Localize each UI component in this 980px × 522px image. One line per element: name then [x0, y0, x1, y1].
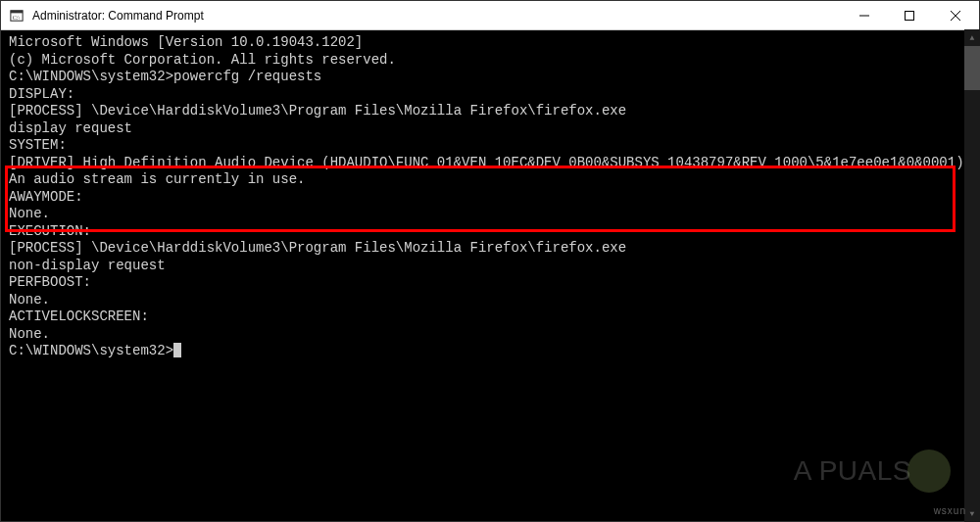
command-prompt-window: C:\ Administrator: Command Prompt Micros…: [0, 0, 980, 522]
terminal-line: [PROCESS] \Device\HarddiskVolume3\Progra…: [9, 103, 971, 120]
svg-text:C:\: C:\: [13, 14, 21, 20]
terminal-line: non-display request: [9, 258, 971, 275]
footer-mark: wsxun: [934, 505, 966, 516]
terminal-line: [DRIVER] High Definition Audio Device (H…: [9, 155, 971, 172]
svg-rect-1: [11, 10, 23, 13]
terminal-line: C:\WINDOWS\system32>: [9, 343, 971, 360]
scrollbar-track[interactable]: ▲ ▼: [964, 29, 980, 522]
titlebar[interactable]: C:\ Administrator: Command Prompt: [1, 1, 979, 30]
close-button[interactable]: [932, 1, 979, 29]
terminal-line: Microsoft Windows [Version 10.0.19043.12…: [9, 34, 971, 52]
cursor-icon: [173, 343, 181, 357]
scroll-down-icon[interactable]: ▼: [964, 505, 980, 522]
minimize-button[interactable]: [842, 1, 887, 29]
terminal-line: C:\WINDOWS\system32>powercfg /requests: [9, 69, 971, 86]
terminal-line: None.: [9, 326, 971, 344]
terminal-line: ACTIVELOCKSCREEN:: [9, 308, 971, 326]
window-title: Administrator: Command Prompt: [30, 9, 842, 23]
terminal-line: (c) Microsoft Corporation. All rights re…: [9, 52, 971, 70]
scroll-up-icon[interactable]: ▲: [964, 29, 980, 46]
cmd-icon: C:\: [9, 8, 24, 24]
terminal-line: SYSTEM:: [9, 137, 971, 155]
terminal-line: [PROCESS] \Device\HarddiskVolume3\Progra…: [9, 240, 971, 258]
window-controls: [842, 1, 979, 29]
terminal-area[interactable]: Microsoft Windows [Version 10.0.19043.12…: [1, 30, 979, 521]
terminal-line: display request: [9, 120, 971, 138]
terminal-line: EXECUTION:: [9, 223, 971, 241]
maximize-button[interactable]: [887, 1, 932, 29]
terminal-line: None.: [9, 206, 971, 223]
scrollbar-thumb[interactable]: [964, 46, 980, 90]
terminal-line: An audio stream is currently in use.: [9, 171, 971, 189]
terminal-line: AWAYMODE:: [9, 189, 971, 207]
terminal-line: None.: [9, 292, 971, 309]
terminal-line: DISPLAY:: [9, 86, 971, 104]
terminal-output: Microsoft Windows [Version 10.0.19043.12…: [9, 34, 971, 360]
terminal-line: PERFBOOST:: [9, 274, 971, 292]
svg-rect-4: [906, 11, 914, 20]
